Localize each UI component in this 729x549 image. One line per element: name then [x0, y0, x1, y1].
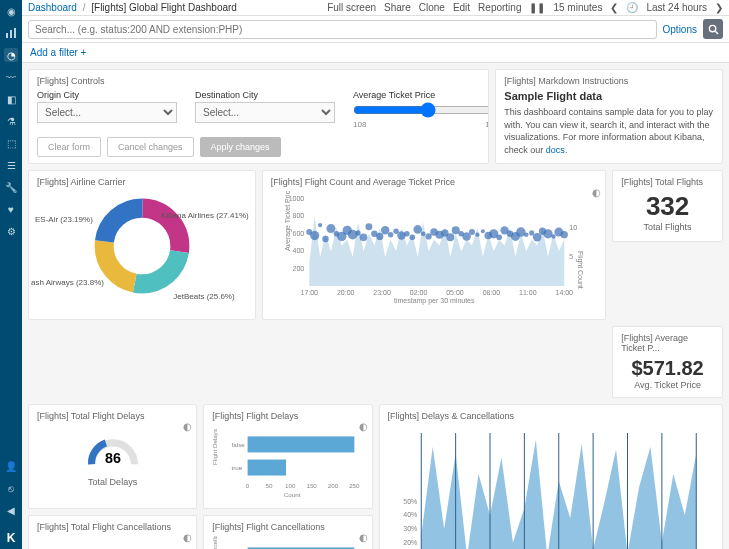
- monitoring-icon[interactable]: ♥: [4, 202, 18, 216]
- svg-point-38: [446, 233, 454, 241]
- svg-rect-80: [248, 436, 355, 452]
- panel-total-flights: [Flights] Total Flights 332 Total Flight…: [612, 170, 723, 242]
- svg-point-52: [524, 232, 529, 237]
- apply-changes-button[interactable]: Apply changes: [200, 137, 281, 157]
- panel-title: [Flights] Flight Count and Average Ticke…: [271, 177, 598, 187]
- svg-point-34: [425, 233, 431, 239]
- svg-point-14: [318, 223, 322, 227]
- svg-point-13: [310, 231, 319, 240]
- origin-label: Origin City: [37, 90, 177, 100]
- collapse-icon[interactable]: ◀: [4, 503, 18, 517]
- panel-controls: [Flights] Controls Origin City Select...…: [28, 69, 489, 164]
- clear-form-button[interactable]: Clear form: [37, 137, 101, 157]
- ml-icon[interactable]: ⚗: [4, 114, 18, 128]
- total-flights-label: Total Flights: [621, 222, 714, 232]
- chart-legend-toggle-icon[interactable]: ◐: [183, 421, 192, 432]
- svg-text:Flight Cancellations: Flight Cancellations: [212, 536, 218, 549]
- panel-title: [Flights] Total Flight Cancellations: [37, 522, 188, 532]
- search-options[interactable]: Options: [663, 24, 697, 35]
- timelion-icon[interactable]: 〰: [4, 70, 18, 84]
- svg-point-27: [388, 232, 393, 237]
- svg-point-16: [326, 224, 335, 233]
- canvas-icon[interactable]: ◧: [4, 92, 18, 106]
- clone-button[interactable]: Clone: [419, 2, 445, 13]
- svg-point-31: [409, 234, 415, 240]
- chart-legend-toggle-icon[interactable]: ◐: [183, 532, 192, 543]
- discover-icon[interactable]: ◉: [4, 4, 18, 18]
- pause-icon[interactable]: ❚❚: [529, 2, 545, 13]
- price-min: 108: [353, 120, 366, 129]
- panel-flight-delays: [Flights] Flight Delays Flight Delays Co…: [203, 404, 372, 509]
- fullscreen-button[interactable]: Full screen: [327, 2, 376, 13]
- time-range[interactable]: Last 24 hours: [646, 2, 707, 13]
- topbar: Dashboard / [Flights] Global Flight Dash…: [22, 0, 729, 16]
- logout-icon[interactable]: ⎋: [4, 481, 18, 495]
- svg-point-21: [355, 230, 360, 235]
- svg-point-20: [348, 230, 358, 240]
- apm-icon[interactable]: ☰: [4, 158, 18, 172]
- svg-point-33: [420, 231, 425, 236]
- svg-point-59: [560, 231, 567, 238]
- devtools-icon[interactable]: 🔧: [4, 180, 18, 194]
- markdown-body: This dashboard contains sample data for …: [504, 106, 714, 156]
- svg-point-47: [496, 234, 502, 240]
- visualize-icon[interactable]: [4, 26, 18, 40]
- panel-avg-price: [Flights] Average Ticket P... $571.82 Av…: [612, 326, 723, 398]
- donut-label: JetBeats (25.6%): [173, 292, 234, 301]
- chart-legend-toggle-icon[interactable]: ◐: [359, 421, 368, 432]
- reporting-button[interactable]: Reporting: [478, 2, 521, 13]
- svg-point-53: [529, 230, 534, 235]
- svg-text:40%: 40%: [403, 511, 417, 518]
- next-time-icon[interactable]: ❯: [715, 2, 723, 13]
- svg-text:600: 600: [292, 230, 304, 237]
- search-input[interactable]: [28, 20, 657, 39]
- svg-point-54: [533, 233, 541, 241]
- panel-total-cancel: [Flights] Total Flight Cancellations 44 …: [28, 515, 197, 549]
- add-filter-button[interactable]: Add a filter +: [30, 47, 86, 58]
- donut-label: ES-Air (23.19%): [35, 215, 93, 224]
- svg-text:50%: 50%: [403, 498, 417, 505]
- chart-legend-toggle-icon[interactable]: ◐: [592, 187, 601, 198]
- panel-count-price: [Flights] Flight Count and Average Ticke…: [262, 170, 607, 320]
- svg-text:200: 200: [292, 265, 304, 272]
- svg-text:20:00: 20:00: [337, 289, 355, 296]
- origin-select[interactable]: Select...: [37, 102, 177, 123]
- panel-total-delays: [Flights] Total Flight Delays 86 Total D…: [28, 404, 197, 509]
- dest-select[interactable]: Select...: [195, 102, 335, 123]
- price-slider[interactable]: [353, 102, 489, 118]
- svg-point-30: [404, 231, 410, 237]
- svg-text:02:00: 02:00: [409, 289, 427, 296]
- svg-text:Count: Count: [284, 491, 301, 498]
- markdown-heading: Sample Flight data: [504, 90, 714, 102]
- management-icon[interactable]: ⚙: [4, 224, 18, 238]
- avg-price-label: Avg. Ticket Price: [621, 380, 714, 390]
- dashboard-icon[interactable]: ◔: [4, 48, 18, 62]
- breadcrumb-root[interactable]: Dashboard: [28, 2, 77, 13]
- delays-gauge: 86: [83, 425, 143, 475]
- cancel-changes-button[interactable]: Cancel changes: [107, 137, 194, 157]
- svg-rect-1: [10, 30, 12, 38]
- infra-icon[interactable]: ⬚: [4, 136, 18, 150]
- svg-point-15: [322, 236, 329, 243]
- svg-text:86: 86: [105, 450, 121, 466]
- share-button[interactable]: Share: [384, 2, 411, 13]
- total-flights-value: 332: [621, 191, 714, 222]
- chart-legend-toggle-icon[interactable]: ◐: [359, 532, 368, 543]
- user-icon[interactable]: 👤: [4, 459, 18, 473]
- panel-title: [Flights] Flight Delays: [212, 411, 363, 421]
- svg-text:50: 50: [266, 482, 273, 489]
- svg-line-4: [715, 31, 718, 34]
- svg-text:08:00: 08:00: [482, 289, 500, 296]
- edit-button[interactable]: Edit: [453, 2, 470, 13]
- search-row: Options: [22, 16, 729, 43]
- svg-point-28: [393, 228, 398, 233]
- panel-delays-cancel: [Flights] Delays & Cancellations 10%20%3…: [379, 404, 724, 549]
- search-button[interactable]: [703, 19, 723, 39]
- prev-time-icon[interactable]: ❮: [610, 2, 618, 13]
- svg-text:100: 100: [285, 482, 296, 489]
- refresh-interval[interactable]: 15 minutes: [553, 2, 602, 13]
- panel-flight-cancel: [Flights] Flight Cancellations Flight Ca…: [203, 515, 372, 549]
- svg-text:30%: 30%: [403, 525, 417, 532]
- svg-point-3: [709, 25, 715, 31]
- docs-link[interactable]: docs: [546, 145, 565, 155]
